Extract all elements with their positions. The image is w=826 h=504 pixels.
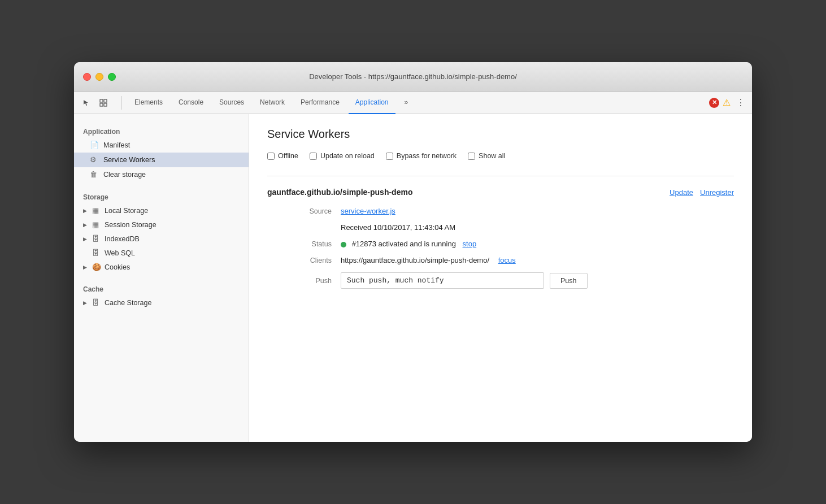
checkbox-offline[interactable]: Offline <box>267 152 298 160</box>
arrow-icon-session: ▶ <box>83 222 90 228</box>
sidebar-item-clear-storage[interactable]: 🗑 Clear storage <box>74 167 249 182</box>
sidebar-item-cookies[interactable]: ▶ 🍪 Cookies <box>74 260 249 274</box>
update-link[interactable]: Update <box>670 188 693 197</box>
push-value: Push <box>341 272 734 289</box>
sw-actions: Update Unregister <box>670 188 734 197</box>
sidebar-item-cache-storage[interactable]: ▶ 🗄 Cache Storage <box>74 296 249 310</box>
cache-storage-icon: 🗄 <box>92 298 102 307</box>
update-on-reload-label: Update on reload <box>320 152 375 160</box>
clients-value: https://gauntface.github.io/simple-push-… <box>341 256 734 264</box>
offline-label: Offline <box>278 152 298 160</box>
close-button[interactable] <box>83 73 91 81</box>
checkbox-show-all[interactable]: Show all <box>468 152 505 160</box>
source-file-link[interactable]: service-worker.js <box>341 207 395 215</box>
sidebar-item-label-service-workers: Service Workers <box>103 156 155 164</box>
tab-sources[interactable]: Sources <box>212 92 251 114</box>
sidebar-item-service-workers[interactable]: ⚙ Service Workers <box>74 153 249 167</box>
tab-elements[interactable]: Elements <box>128 92 169 114</box>
svg-rect-2 <box>100 103 103 106</box>
svg-rect-3 <box>104 103 107 106</box>
arrow-icon: ▶ <box>83 208 90 214</box>
session-storage-icon: ▦ <box>92 220 102 229</box>
sw-details: Source service-worker.js Received 10/10/… <box>267 207 734 289</box>
update-on-reload-checkbox[interactable] <box>310 153 317 160</box>
unregister-link[interactable]: Unregister <box>700 188 734 197</box>
sidebar-item-label-web-sql: Web SQL <box>105 249 135 257</box>
sidebar-item-indexeddb[interactable]: ▶ 🗄 IndexedDB <box>74 232 249 246</box>
tab-network[interactable]: Network <box>253 92 292 114</box>
sw-origin: gauntface.github.io/simple-push-demo <box>267 188 412 197</box>
toolbar-right: ✕ ⚠ ⋮ <box>709 96 747 109</box>
tab-more[interactable]: » <box>398 92 415 114</box>
svg-rect-1 <box>104 99 107 102</box>
sidebar-section-application: Application <box>74 123 249 138</box>
web-sql-icon: 🗄 <box>92 249 102 257</box>
push-button[interactable]: Push <box>550 273 588 289</box>
checkbox-update-on-reload[interactable]: Update on reload <box>310 152 375 160</box>
sidebar-item-label-session-storage: Session Storage <box>105 221 156 229</box>
clients-label: Clients <box>290 257 341 264</box>
status-label: Status <box>290 240 341 248</box>
sidebar-item-label-cache-storage: Cache Storage <box>105 299 151 307</box>
more-options-button[interactable]: ⋮ <box>734 96 747 109</box>
minimize-button[interactable] <box>95 73 103 81</box>
warning-icon[interactable]: ⚠ <box>723 97 731 108</box>
service-workers-icon: ⚙ <box>90 155 99 164</box>
bypass-for-network-label: Bypass for network <box>397 152 457 160</box>
service-worker-entry: gauntface.github.io/simple-push-demo Upd… <box>267 176 734 289</box>
arrow-icon-cache: ▶ <box>83 300 90 306</box>
title-bar: Developer Tools - https://gauntface.gith… <box>74 62 752 92</box>
push-label: Push <box>290 277 341 285</box>
cursor-icon[interactable] <box>79 95 94 111</box>
received-value: Received 10/10/2017, 11:43:04 AM <box>341 223 734 232</box>
sw-header: gauntface.github.io/simple-push-demo Upd… <box>267 188 734 197</box>
toolbar-divider <box>121 96 122 110</box>
manifest-icon: 📄 <box>90 141 99 150</box>
sidebar-item-session-storage[interactable]: ▶ ▦ Session Storage <box>74 218 249 232</box>
show-all-checkbox[interactable] <box>468 153 475 160</box>
tab-console[interactable]: Console <box>172 92 210 114</box>
local-storage-icon: ▦ <box>92 206 102 215</box>
sidebar-item-label-clear-storage: Clear storage <box>103 171 146 179</box>
checkbox-bypass-for-network[interactable]: Bypass for network <box>386 152 457 160</box>
maximize-button[interactable] <box>108 73 116 81</box>
show-all-label: Show all <box>479 152 505 160</box>
sidebar-item-web-sql[interactable]: ▶ 🗄 Web SQL <box>74 246 249 260</box>
source-value: service-worker.js <box>341 207 734 215</box>
error-icon[interactable]: ✕ <box>709 98 719 108</box>
sidebar-item-manifest[interactable]: 📄 Manifest <box>74 138 249 153</box>
sidebar-item-local-storage[interactable]: ▶ ▦ Local Storage <box>74 203 249 218</box>
sidebar-item-label-cookies: Cookies <box>105 263 130 271</box>
tab-application[interactable]: Application <box>349 92 395 114</box>
arrow-icon-cookies: ▶ <box>83 264 90 270</box>
tab-performance[interactable]: Performance <box>294 92 346 114</box>
stop-link[interactable]: stop <box>463 240 477 248</box>
push-input[interactable] <box>341 272 544 289</box>
focus-link[interactable]: focus <box>498 256 516 264</box>
clear-storage-icon: 🗑 <box>90 170 99 179</box>
bypass-for-network-checkbox[interactable] <box>386 153 393 160</box>
svg-rect-0 <box>100 99 103 102</box>
cookies-icon: 🍪 <box>92 263 102 271</box>
toolbar: Elements Console Sources Network Perform… <box>74 92 752 114</box>
checkbox-row: Offline Update on reload Bypass for netw… <box>267 152 734 160</box>
indexeddb-icon: 🗄 <box>92 234 102 243</box>
sidebar-section-cache: Cache <box>74 281 249 296</box>
status-text: #12873 activated and is running <box>352 240 456 248</box>
devtools-window: Developer Tools - https://gauntface.gith… <box>74 62 752 442</box>
status-value: #12873 activated and is running stop <box>341 240 734 248</box>
sidebar-item-label-manifest: Manifest <box>103 141 130 149</box>
status-indicator <box>341 242 346 247</box>
sidebar-item-label-local-storage: Local Storage <box>105 207 148 215</box>
main-layout: Application 📄 Manifest ⚙ Service Workers… <box>74 114 752 442</box>
sidebar-section-storage: Storage <box>74 189 249 203</box>
clients-url: https://gauntface.github.io/simple-push-… <box>341 256 489 264</box>
window-title: Developer Tools - https://gauntface.gith… <box>309 72 517 81</box>
arrow-icon-idb: ▶ <box>83 236 90 242</box>
offline-checkbox[interactable] <box>267 153 275 160</box>
toolbar-icons <box>79 95 111 111</box>
page-title: Service Workers <box>267 128 734 141</box>
inspect-icon[interactable] <box>95 95 111 111</box>
push-row: Push <box>341 272 734 289</box>
sidebar: Application 📄 Manifest ⚙ Service Workers… <box>74 114 249 442</box>
